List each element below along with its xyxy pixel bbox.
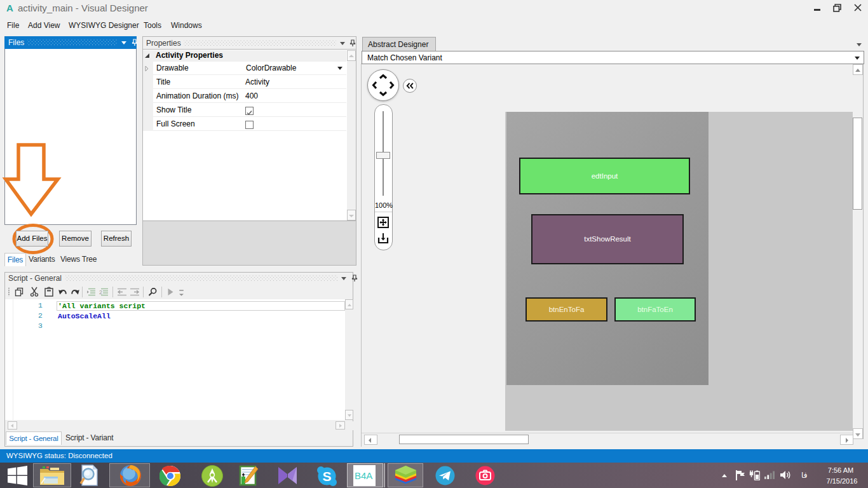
svg-text:2: 2 [99,289,102,295]
svg-text:S: S [322,469,331,484]
